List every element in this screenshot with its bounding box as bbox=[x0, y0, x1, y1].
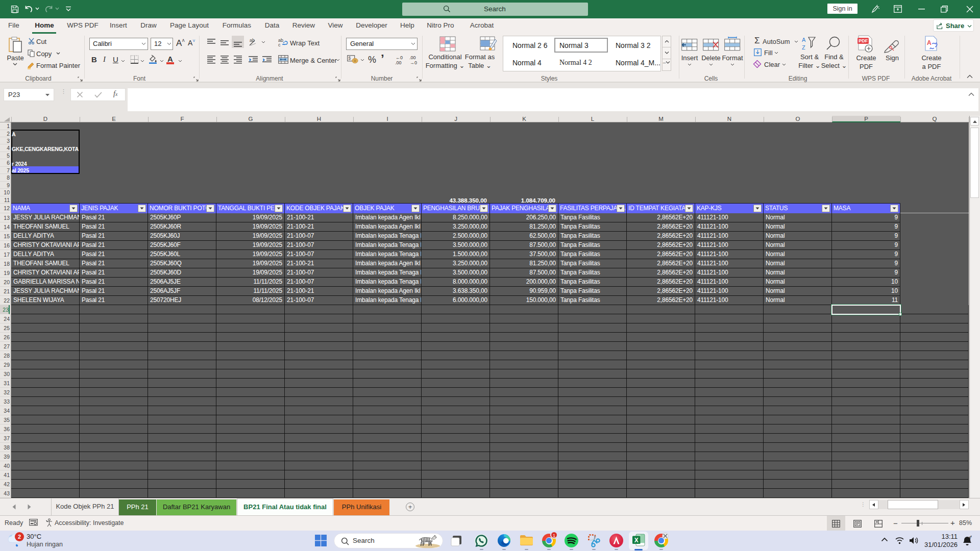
svg-text:←0: ←0 bbox=[396, 55, 403, 60]
svg-text:PDF: PDF bbox=[859, 38, 868, 43]
svg-text:A: A bbox=[802, 37, 806, 43]
svg-text:→0: →0 bbox=[410, 60, 417, 65]
svg-text:$: $ bbox=[348, 56, 351, 61]
svg-text:Z: Z bbox=[802, 44, 805, 51]
svg-text:c: c bbox=[278, 42, 281, 47]
svg-text:z: z bbox=[970, 535, 972, 538]
svg-text:.00: .00 bbox=[395, 60, 402, 65]
svg-text:.00: .00 bbox=[409, 55, 416, 60]
svg-text:X: X bbox=[634, 537, 639, 544]
svg-text:ab: ab bbox=[250, 38, 255, 43]
svg-text:A: A bbox=[927, 39, 932, 46]
